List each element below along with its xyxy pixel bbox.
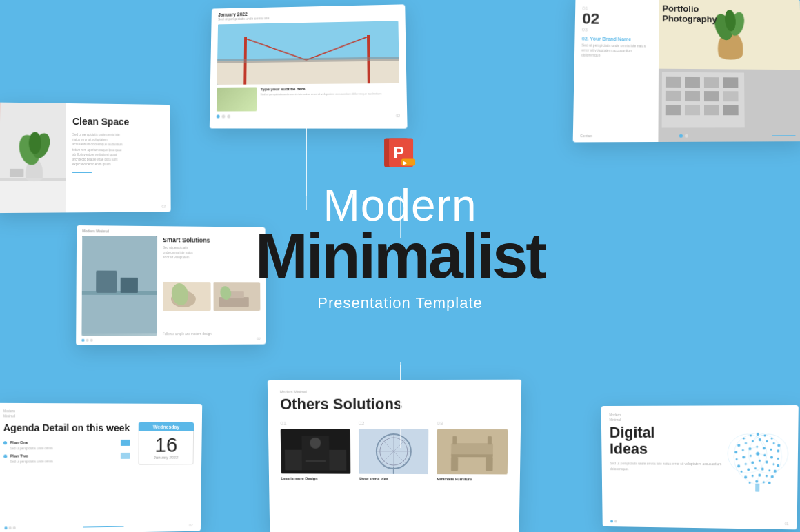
- svg-line-125: [750, 447, 757, 449]
- slide-lm-page: 02: [161, 205, 165, 209]
- slide-bl-page: 02: [189, 523, 192, 527]
- connector-line-3: [580, 45, 581, 107]
- svg-point-90: [763, 447, 766, 449]
- svg-rect-71: [488, 436, 492, 444]
- slide-bc-col1-title: Less is more Design: [281, 476, 350, 480]
- slide-br-page: 01: [785, 522, 789, 526]
- svg-rect-20: [666, 77, 681, 88]
- svg-point-108: [747, 468, 750, 471]
- slide-ll-footer: Follow a simple and modern design: [163, 332, 261, 336]
- slide-bl-item1-desc: Sed ut perspiciatis unde omnis: [10, 447, 130, 451]
- svg-point-95: [750, 455, 752, 457]
- svg-point-92: [777, 449, 779, 452]
- center-content: P ▶ Modern Minimalist Presentation Templ…: [255, 135, 545, 312]
- svg-point-105: [772, 463, 774, 465]
- svg-point-87: [742, 449, 744, 451]
- svg-rect-21: [685, 77, 700, 88]
- slide-bl-title: Agenda Detail on this week: [3, 422, 130, 434]
- svg-point-110: [761, 468, 764, 471]
- slide-bc-col3-title: Minimalis Furniture: [437, 477, 507, 481]
- svg-point-93: [736, 458, 738, 460]
- svg-text:P: P: [393, 143, 404, 162]
- svg-text:▶: ▶: [403, 160, 408, 166]
- svg-rect-33: [0, 179, 66, 213]
- slide-bc-col2-title: Show some idea: [359, 477, 428, 481]
- subtitle: Presentation Template: [255, 294, 545, 312]
- svg-point-80: [745, 442, 747, 444]
- slide-br-title1: Digital: [610, 424, 727, 441]
- connector-line-4: [400, 362, 401, 417]
- svg-point-101: [745, 463, 747, 465]
- svg-point-38: [29, 132, 41, 154]
- svg-rect-30: [704, 105, 719, 115]
- slide-bottom-left: Modern Minimal Agenda Detail on this wee…: [0, 403, 202, 532]
- svg-rect-41: [81, 236, 157, 333]
- svg-rect-24: [666, 91, 681, 101]
- slide-top-right: 01 02 03 02. Your Brand Name Sed ut pers…: [573, 0, 800, 142]
- slide-tr-brand-label: 02. Your Brand Name: [582, 36, 649, 41]
- svg-point-86: [734, 451, 737, 453]
- slide-bl-cal-month: January 2022: [139, 455, 192, 459]
- svg-rect-43: [96, 271, 117, 293]
- powerpoint-icon: P ▶: [381, 135, 419, 173]
- slide-bc-col2-num: 02: [359, 420, 429, 427]
- svg-point-79: [737, 444, 740, 447]
- svg-rect-25: [685, 91, 700, 101]
- svg-point-116: [766, 475, 768, 477]
- slide-tr-brand-desc: Sed ut perspiciatis unde omnis iste natu…: [581, 43, 648, 58]
- svg-point-91: [770, 449, 772, 451]
- slide-lm-title: Clean Space: [72, 116, 163, 127]
- svg-rect-39: [10, 169, 23, 177]
- slide-ll-desc: Sed ut perspiciatis unde omnis iste natu…: [163, 246, 260, 260]
- slide-ll-title: Smart Solutions: [163, 236, 260, 244]
- svg-rect-27: [723, 91, 739, 101]
- svg-line-128: [760, 460, 763, 469]
- svg-rect-22: [704, 77, 719, 88]
- svg-point-115: [758, 474, 761, 477]
- svg-point-100: [737, 464, 740, 467]
- svg-rect-68: [486, 457, 493, 471]
- svg-rect-29: [685, 105, 700, 115]
- slide-br-header2: Minimal: [610, 417, 727, 422]
- svg-rect-28: [666, 105, 681, 115]
- slide-tc-page: 02: [396, 114, 400, 118]
- svg-rect-67: [451, 457, 458, 471]
- svg-point-98: [770, 456, 773, 458]
- slide-bl-item2-desc: Sed ut perspiciatis unde omnis: [10, 460, 130, 464]
- slide-br-desc: Sed ut perspiciatis unde omnis iste natu…: [610, 462, 726, 473]
- slide-tr-num2: 02: [582, 11, 652, 27]
- svg-point-112: [774, 470, 777, 473]
- slide-top-center: January 2022 Sed ut perspiciatis unde om…: [210, 4, 408, 128]
- svg-point-114: [752, 475, 754, 477]
- slide-tr-contact: Contact: [580, 134, 592, 138]
- slide-tr-num3: 03: [582, 27, 652, 32]
- slide-bl-cal-day-name: Wednesday: [139, 422, 194, 431]
- svg-point-107: [741, 471, 743, 473]
- slide-lm-desc7: explicabo nemo enim ipsam: [72, 162, 164, 167]
- svg-point-94: [742, 456, 745, 458]
- slide-tc-desc: Sed ut perspiciatis unde omnis iste natu…: [261, 92, 400, 96]
- svg-point-106: [777, 464, 779, 467]
- svg-point-73: [748, 434, 788, 473]
- slide-ll-page: 02: [257, 337, 260, 341]
- slide-ll-header1: Modern Minimal: [82, 229, 109, 233]
- svg-line-129: [757, 475, 759, 482]
- svg-point-109: [754, 467, 757, 469]
- svg-point-102: [751, 461, 754, 464]
- svg-point-97: [763, 454, 766, 456]
- svg-rect-26: [704, 91, 719, 101]
- slide-tr-title: Portfolio Photography: [662, 4, 710, 25]
- svg-point-83: [766, 440, 768, 442]
- svg-point-84: [773, 442, 775, 444]
- slide-br-title2: Ideas: [610, 441, 726, 458]
- svg-rect-130: [755, 484, 759, 492]
- svg-point-104: [766, 461, 768, 464]
- slide-bl-header2: Minimal: [3, 413, 194, 418]
- slide-bottom-right: Modern Minimal Digital Ideas Sed ut pers…: [601, 405, 799, 529]
- slide-bl-item2-text: Plan Two: [10, 454, 28, 458]
- svg-rect-44: [121, 278, 138, 293]
- svg-rect-69: [451, 443, 493, 454]
- svg-rect-56: [306, 460, 326, 462]
- svg-rect-70: [453, 436, 457, 444]
- svg-rect-31: [723, 105, 739, 115]
